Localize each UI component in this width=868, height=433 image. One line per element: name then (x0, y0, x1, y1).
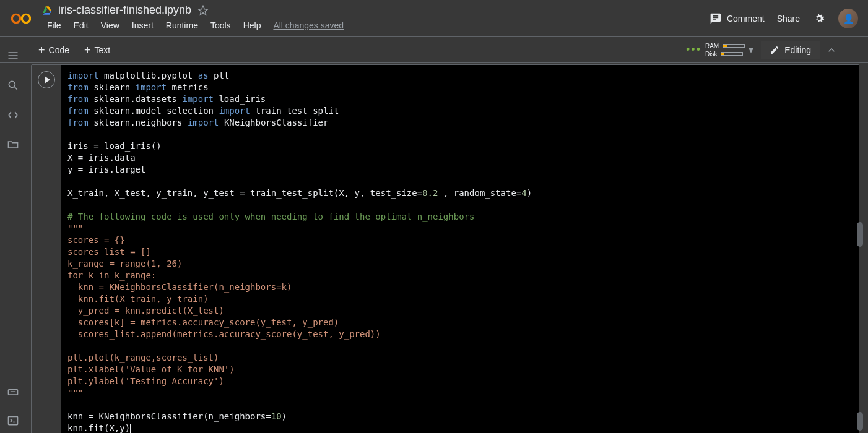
cell-gutter (32, 65, 61, 433)
menu-bar: File Edit View Insert Runtime Tools Help… (42, 18, 349, 33)
svg-point-2 (9, 81, 15, 87)
command-palette-icon[interactable] (7, 386, 19, 398)
add-text-button[interactable]: + Text (77, 42, 118, 58)
comment-label: Comment (727, 14, 765, 24)
ram-label: RAM (705, 43, 719, 49)
run-button[interactable] (38, 71, 55, 88)
text-label: Text (95, 45, 111, 55)
svg-point-1 (22, 14, 30, 22)
code-editor[interactable]: import matplotlib.pyplot as plt from skl… (61, 65, 859, 433)
comment-button[interactable]: Comment (710, 12, 765, 25)
header: iris-classifier-finished.ipynb File Edit… (0, 0, 868, 37)
avatar[interactable]: 👤 (838, 9, 858, 28)
gear-icon[interactable] (812, 12, 826, 25)
search-icon[interactable] (7, 79, 19, 92)
text-cursor (130, 424, 131, 433)
play-icon (45, 76, 50, 84)
svg-rect-4 (9, 416, 18, 424)
menu-edit[interactable]: Edit (69, 18, 93, 33)
ram-bar (723, 44, 745, 48)
chevron-down-icon[interactable]: ▾ (749, 44, 753, 56)
add-code-button[interactable]: + Code (31, 42, 77, 58)
resources-indicator[interactable]: ••• RAM Disk ▾ (686, 43, 753, 58)
editing-mode-button[interactable]: Editing (761, 41, 820, 59)
snippets-icon[interactable] (7, 109, 19, 121)
svg-point-0 (12, 14, 20, 22)
toc-icon[interactable] (7, 49, 19, 62)
files-icon[interactable] (7, 139, 19, 151)
status-dots-icon: ••• (686, 43, 701, 56)
toolbar: + Code + Text ••• RAM Disk ▾ Editing (0, 37, 868, 63)
menu-insert[interactable]: Insert (127, 18, 158, 33)
chevron-up-icon[interactable] (826, 45, 837, 56)
code-label: Code (49, 45, 69, 55)
terminal-icon[interactable] (7, 414, 19, 427)
editing-label: Editing (784, 45, 811, 55)
plus-icon: + (38, 45, 45, 56)
menu-runtime[interactable]: Runtime (161, 18, 203, 33)
code-cell[interactable]: import matplotlib.pyplot as plt from skl… (31, 64, 859, 433)
notebook-title[interactable]: iris-classifier-finished.ipynb (58, 4, 191, 17)
disk-label: Disk (705, 51, 717, 58)
main-area: import matplotlib.pyplot as plt from skl… (26, 64, 864, 433)
header-right: Comment Share 👤 (710, 9, 858, 28)
left-rail (0, 38, 26, 433)
menu-tools[interactable]: Tools (206, 18, 236, 33)
changes-saved[interactable]: All changes saved (268, 18, 349, 33)
share-button[interactable]: Share (777, 14, 800, 24)
disk-bar (721, 52, 743, 56)
scrollbar-thumb[interactable] (857, 222, 863, 247)
menu-help[interactable]: Help (238, 18, 266, 33)
menu-view[interactable]: View (96, 18, 124, 33)
scrollbar-thumb[interactable] (857, 412, 863, 431)
plus-icon: + (84, 45, 91, 56)
menu-file[interactable]: File (42, 18, 66, 33)
title-area: iris-classifier-finished.ipynb File Edit… (42, 4, 349, 33)
colab-logo[interactable] (10, 7, 32, 30)
star-icon[interactable] (197, 5, 209, 16)
drive-icon (42, 6, 52, 15)
